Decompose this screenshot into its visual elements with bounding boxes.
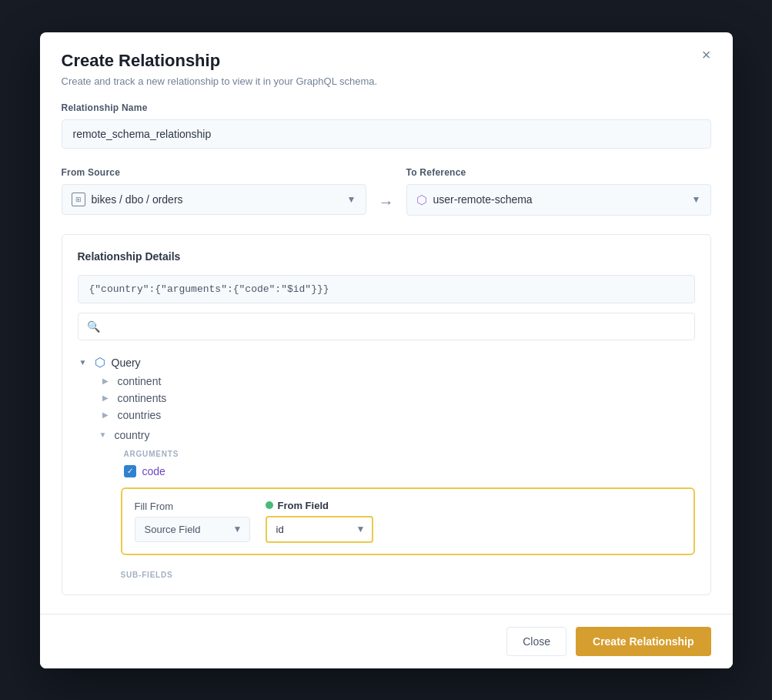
table-icon: ⊞: [72, 193, 85, 206]
modal-footer: Close Create Relationship: [40, 614, 733, 668]
fill-from-content-row: Fill From Source Field ▼: [135, 500, 681, 543]
fill-from-group: Fill From Source Field ▼: [135, 501, 250, 542]
continents-chevron-icon: ▶: [102, 394, 113, 402]
relationship-details-section: Relationship Details {"country":{"argume…: [62, 234, 711, 595]
query-tree-icon: ⬡: [93, 356, 107, 370]
create-relationship-button[interactable]: Create Relationship: [576, 627, 710, 656]
continent-chevron-icon: ▶: [102, 377, 113, 385]
to-reference-chevron-icon: ▼: [692, 194, 701, 205]
continent-label: continent: [118, 375, 162, 387]
to-reference-label: To Reference: [406, 167, 711, 178]
fill-from-select-group: Source Field ▼: [135, 517, 250, 542]
remote-schema-icon: ⬡: [416, 193, 427, 207]
query-tree-label: Query: [112, 357, 141, 369]
modal-subtitle: Create and track a new relationship to v…: [62, 75, 711, 87]
search-box: 🔍: [78, 313, 695, 340]
from-field-select-group: id ▼: [266, 516, 373, 543]
country-label: country: [115, 429, 150, 441]
search-icon: 🔍: [87, 320, 100, 333]
countries-label: countries: [118, 409, 162, 421]
sub-fields-label: SUB-FIELDS: [121, 571, 695, 579]
close-icon: ×: [702, 46, 711, 64]
modal-body: Relationship Name From Source ⊞ bikes / …: [40, 102, 733, 614]
to-reference-select[interactable]: ⬡ user-remote-schema ▼: [406, 184, 711, 216]
from-source-label: From Source: [62, 167, 366, 178]
to-reference-value: user-remote-schema: [433, 193, 533, 206]
from-field-group: From Field id ▼: [266, 500, 373, 543]
from-source-chevron-icon: ▼: [347, 194, 356, 205]
arguments-label: ARGUMENTS: [124, 450, 695, 458]
fill-from-select[interactable]: Source Field: [135, 517, 250, 542]
from-field-select[interactable]: id: [266, 516, 373, 543]
country-children: ARGUMENTS ✓ code Fill From: [121, 450, 695, 579]
search-input[interactable]: [78, 313, 695, 340]
tree-item-continent[interactable]: ▶ continent: [99, 373, 695, 390]
close-icon-button[interactable]: ×: [696, 45, 717, 66]
fill-from-label: Fill From: [135, 501, 250, 512]
from-source-value: bikes / dbo / orders: [92, 193, 183, 206]
from-field-dot-icon: [266, 501, 273, 509]
code-arg-label: code: [142, 465, 165, 477]
code-argument-row: ✓ code: [121, 463, 695, 480]
arrow-divider: →: [366, 172, 406, 211]
from-source-section: From Source ⊞ bikes / dbo / orders ▼: [62, 167, 366, 215]
close-button[interactable]: Close: [506, 627, 566, 656]
fill-from-box: Fill From Source Field ▼: [121, 487, 695, 555]
tree-root-query[interactable]: ▼ ⬡ Query: [78, 353, 695, 373]
continents-label: continents: [118, 392, 167, 404]
tree-item-countries[interactable]: ▶ countries: [99, 407, 695, 424]
query-children: ▶ continent ▶ continents ▶ countries: [99, 373, 695, 579]
create-relationship-modal: Create Relationship Create and track a n…: [40, 32, 733, 668]
query-expand-chevron: ▼: [78, 357, 89, 368]
modal-header: Create Relationship Create and track a n…: [40, 32, 733, 102]
country-chevron-icon: ▼: [99, 430, 110, 439]
code-checkbox[interactable]: ✓: [124, 465, 136, 477]
source-ref-row: From Source ⊞ bikes / dbo / orders ▼ → T…: [62, 167, 711, 216]
tree-item-country-section: ▼ country ARGUMENTS ✓ code: [99, 427, 695, 579]
relationship-name-input[interactable]: [62, 119, 711, 149]
query-tree: ▼ ⬡ Query ▶ continent ▶ continents: [78, 353, 695, 579]
relationship-details-title: Relationship Details: [78, 250, 695, 263]
countries-chevron-icon: ▶: [102, 410, 113, 419]
tree-item-country[interactable]: ▼ country: [99, 427, 695, 444]
tree-item-continents[interactable]: ▶ continents: [99, 390, 695, 407]
from-field-label: From Field: [266, 500, 373, 511]
to-reference-section: To Reference ⬡ user-remote-schema ▼: [406, 167, 711, 216]
query-code-display: {"country":{"arguments":{"code":"$id"}}}: [78, 275, 695, 303]
from-source-select[interactable]: ⊞ bikes / dbo / orders ▼: [62, 184, 366, 215]
relationship-name-label: Relationship Name: [62, 102, 711, 113]
modal-title: Create Relationship: [62, 51, 711, 71]
arrow-icon: →: [379, 193, 394, 210]
